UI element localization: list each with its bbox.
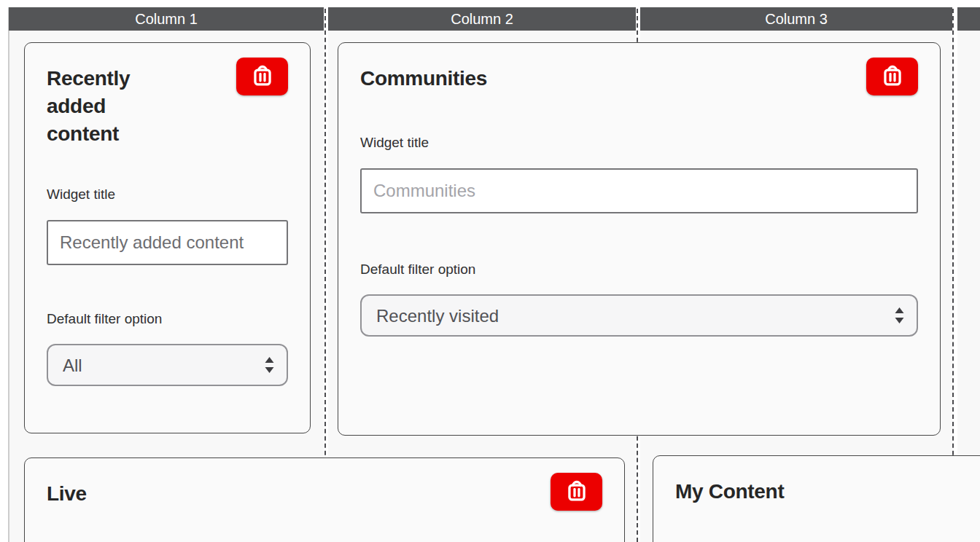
widget-title-label: Widget title [47,185,288,204]
widget-card-title: Communities [360,65,487,93]
default-filter-select[interactable]: All [47,344,288,386]
column-2-header: Column 2 [328,7,636,31]
trash-icon [249,63,276,90]
widget-card-communities[interactable]: Communities Widget title Default filter … [338,42,941,436]
widget-layout-editor: Column 1 Column 2 Column 3 Recently adde… [0,0,980,542]
trash-icon [879,63,906,90]
card-header: Communities [360,58,918,95]
widget-card-title: Recently added content [47,65,174,148]
widget-card-my-content[interactable]: My Content [653,455,980,542]
default-filter-select[interactable]: Recently visited [360,294,918,337]
column-3-header: Column 3 [640,7,952,31]
column-2-header-label: Column 2 [451,11,513,28]
default-filter-select-wrap: All [47,344,288,386]
column-1-header: Column 1 [9,7,324,31]
widget-card-title: My Content [675,478,784,506]
default-filter-select-wrap: Recently visited [360,294,918,337]
column-4-header [957,7,980,31]
column-1-header-label: Column 1 [135,11,198,28]
delete-widget-button[interactable] [236,58,288,95]
default-filter-label: Default filter option [360,260,918,279]
default-filter-label: Default filter option [47,310,288,329]
card-header: Recently added content [47,58,288,148]
widget-title-input[interactable] [360,168,918,213]
column-3-header-label: Column 3 [765,11,828,28]
delete-widget-button[interactable] [866,58,918,95]
widget-card-live[interactable]: Live [24,457,625,542]
card-header: Live [47,473,602,511]
widget-card-title: Live [47,480,87,508]
card-header: My Content [675,471,980,506]
delete-widget-button[interactable] [551,473,602,511]
widget-card-recently-added-content[interactable]: Recently added content Widget title Defa… [24,42,311,433]
widget-title-input[interactable] [47,220,288,265]
widget-title-label: Widget title [360,133,918,152]
trash-icon [564,479,590,505]
